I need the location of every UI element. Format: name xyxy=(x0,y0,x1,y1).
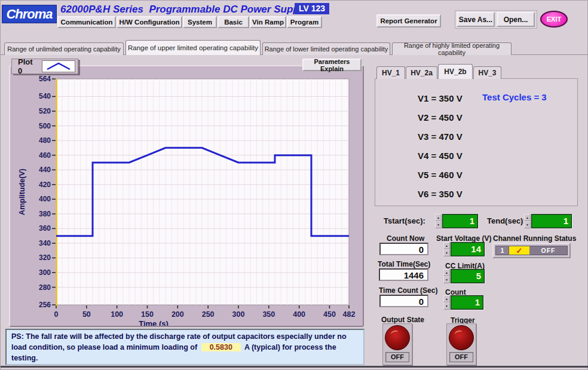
menu-communication-button[interactable]: Communication xyxy=(57,16,116,28)
cc-limit-up-icon[interactable]: ▲ xyxy=(443,269,450,276)
window-bottom-border xyxy=(1,366,588,368)
ps-note: PS: The fall rate will be affected by th… xyxy=(5,329,365,365)
tstart-down-icon[interactable]: ▼ xyxy=(435,221,442,228)
trigger-knob-button[interactable] xyxy=(449,325,474,350)
app-window: Chroma 62000P&H Series Programmable DC P… xyxy=(0,0,588,370)
svg-text:50: 50 xyxy=(82,310,91,319)
count-now-label: Count Now xyxy=(387,234,424,243)
channel-running-status-bar: 1 ✓ OFF xyxy=(495,246,568,255)
count-now-field: 0 xyxy=(379,243,428,255)
tab-hv-2b[interactable]: HV_2b xyxy=(438,64,473,79)
svg-text:Time (s): Time (s) xyxy=(139,319,169,326)
count-spinner[interactable]: ▲▼ xyxy=(443,295,450,310)
report-generator-button[interactable]: Report Generator xyxy=(376,14,441,27)
test-cycles-label: Test Cycles = 3 xyxy=(482,92,547,102)
start-voltage-spinner[interactable]: ▲▼ xyxy=(443,242,450,256)
plot-legend[interactable]: Plot 0 xyxy=(11,59,78,74)
tab-range-upper-limited[interactable]: Range of upper limited operating capabil… xyxy=(125,40,261,55)
v2-value: V2 = 450 V xyxy=(418,112,463,123)
count-down-icon[interactable]: ▼ xyxy=(443,302,450,310)
svg-text:0: 0 xyxy=(54,310,59,319)
total-time-label: Total Time(Sec) xyxy=(378,260,430,268)
chroma-logo: Chroma xyxy=(2,5,57,23)
tab-hv-1[interactable]: HV_1 xyxy=(376,66,405,79)
hv-values-panel xyxy=(375,78,578,206)
tend-spinner[interactable]: ▲▼ xyxy=(524,214,531,228)
waveform-chart: 5645405205004804604404204003803603403203… xyxy=(15,75,364,326)
exit-button[interactable]: EXIT xyxy=(540,11,568,27)
start-voltage-down-icon[interactable]: ▼ xyxy=(443,249,450,256)
tab-range-lower-limited[interactable]: Range of lower limited operating capabil… xyxy=(262,42,390,55)
menu-hw-configuration-button[interactable]: H/W Configuration xyxy=(117,16,182,28)
tstart-up-icon[interactable]: ▲ xyxy=(435,214,442,221)
tab-range-unlimited[interactable]: Range of unlimited operating capability xyxy=(4,42,124,55)
svg-text:300: 300 xyxy=(39,268,51,277)
channel-number-cell: 1 xyxy=(496,246,509,255)
v1-value: V1 = 350 V xyxy=(418,93,463,103)
svg-text:250: 250 xyxy=(202,310,215,319)
cc-limit-field[interactable]: 5 xyxy=(451,269,485,283)
total-time-field: 1446 xyxy=(379,268,428,281)
svg-text:380: 380 xyxy=(39,210,51,218)
time-count-field: 0 xyxy=(379,295,428,307)
v4-value: V4 = 450 V xyxy=(418,151,463,161)
svg-text:340: 340 xyxy=(39,239,51,247)
time-count-label: Time Count (Sec) xyxy=(379,286,437,295)
svg-text:520: 520 xyxy=(39,107,51,115)
svg-text:460: 460 xyxy=(39,151,51,160)
cc-limit-spinner[interactable]: ▲▼ xyxy=(443,269,450,283)
channel-running-status-label: Channel Running Status xyxy=(493,234,576,243)
trigger-panel: OFF xyxy=(446,323,476,365)
svg-text:500: 500 xyxy=(39,122,51,130)
menu-system-button[interactable]: System xyxy=(183,16,217,28)
svg-text:540: 540 xyxy=(39,92,51,100)
save-as-button[interactable]: Save As... xyxy=(457,12,495,27)
open-button[interactable]: Open... xyxy=(497,12,535,27)
count-field[interactable]: 1 xyxy=(451,295,483,310)
tend-label: Tend(sec): xyxy=(487,216,526,225)
tend-up-icon[interactable]: ▲ xyxy=(524,214,531,221)
channel-running-status-widget[interactable]: 1 ✓ OFF xyxy=(492,243,571,258)
svg-text:256: 256 xyxy=(39,301,51,309)
v3-value: V3 = 470 V xyxy=(418,132,463,142)
tstart-label: Tstart(sec): xyxy=(384,216,425,225)
svg-text:450: 450 xyxy=(323,310,336,319)
menu-program-button[interactable]: Program xyxy=(287,16,322,28)
v5-value: V5 = 460 V xyxy=(418,170,463,180)
svg-text:150: 150 xyxy=(141,310,154,319)
svg-text:350: 350 xyxy=(262,310,275,319)
channel-check-icon: ✓ xyxy=(509,246,529,255)
tab-hv-3[interactable]: HV_3 xyxy=(473,66,501,79)
start-voltage-up-icon[interactable]: ▲ xyxy=(443,242,450,249)
tstart-field[interactable]: 1 xyxy=(442,214,478,228)
menu-basic-button[interactable]: Basic xyxy=(218,16,249,28)
output-state-knob-button[interactable] xyxy=(385,325,410,350)
waveform-plot-frame: 5645405205004804604404204003803603403203… xyxy=(9,65,364,327)
svg-text:320: 320 xyxy=(39,253,51,262)
svg-text:400: 400 xyxy=(39,195,51,203)
svg-text:564: 564 xyxy=(39,75,51,83)
tab-range-highly-limited[interactable]: Range of highly limited operating capabi… xyxy=(392,42,512,55)
tab-hv-2a[interactable]: HV_2a xyxy=(406,66,437,79)
svg-text:100: 100 xyxy=(111,310,123,319)
cc-limit-down-icon[interactable]: ▼ xyxy=(443,276,450,283)
svg-text:482: 482 xyxy=(343,310,356,319)
svg-text:300: 300 xyxy=(232,310,245,319)
count-up-icon[interactable]: ▲ xyxy=(443,295,450,302)
start-voltage-label: Start Voltage (V) xyxy=(436,234,491,243)
app-title: 62000P&H Series Programmable DC Power Su… xyxy=(60,4,308,16)
svg-text:280: 280 xyxy=(39,283,51,292)
parameters-explain-button[interactable]: Parameters Explain xyxy=(302,59,362,71)
output-state-value: OFF xyxy=(385,352,409,362)
output-state-label: Output State xyxy=(381,316,424,324)
menu-vin-ramp-button[interactable]: Vin Ramp xyxy=(250,16,286,28)
lv-version-badge: LV 123 xyxy=(295,3,329,14)
channel-state-cell: OFF xyxy=(529,246,567,255)
svg-text:Amplitude(V): Amplitude(V) xyxy=(18,169,26,215)
svg-text:420: 420 xyxy=(39,181,51,189)
svg-text:480: 480 xyxy=(39,136,51,145)
tstart-spinner[interactable]: ▲▼ xyxy=(435,214,442,228)
tend-field[interactable]: 1 xyxy=(531,214,572,228)
start-voltage-field[interactable]: 14 xyxy=(451,242,485,256)
tend-down-icon[interactable]: ▼ xyxy=(524,221,531,228)
